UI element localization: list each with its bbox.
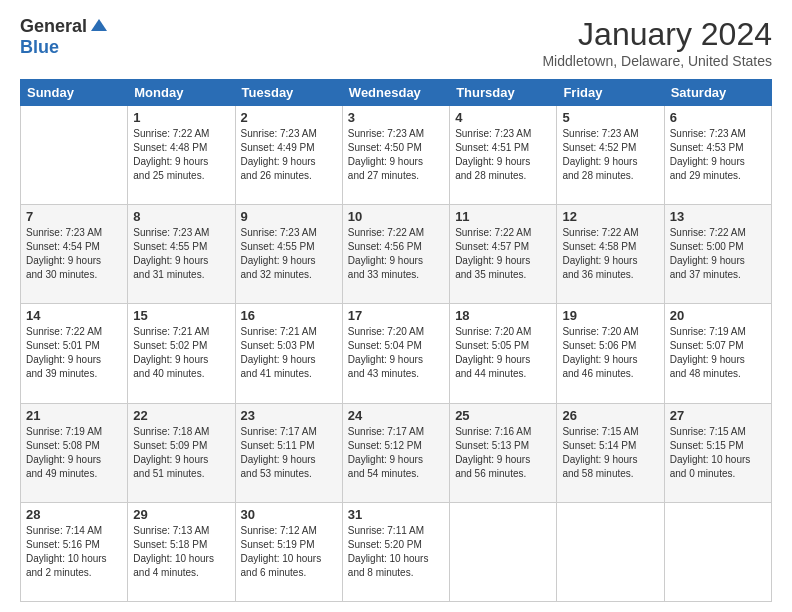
cell-info: Sunrise: 7:23 AM Sunset: 4:55 PM Dayligh… bbox=[241, 226, 337, 282]
weekday-header-saturday: Saturday bbox=[664, 80, 771, 106]
calendar-cell: 28Sunrise: 7:14 AM Sunset: 5:16 PM Dayli… bbox=[21, 502, 128, 601]
day-number: 17 bbox=[348, 308, 444, 323]
calendar-cell: 15Sunrise: 7:21 AM Sunset: 5:02 PM Dayli… bbox=[128, 304, 235, 403]
calendar-cell: 5Sunrise: 7:23 AM Sunset: 4:52 PM Daylig… bbox=[557, 106, 664, 205]
cell-info: Sunrise: 7:17 AM Sunset: 5:12 PM Dayligh… bbox=[348, 425, 444, 481]
calendar-cell: 31Sunrise: 7:11 AM Sunset: 5:20 PM Dayli… bbox=[342, 502, 449, 601]
day-number: 7 bbox=[26, 209, 122, 224]
svg-marker-0 bbox=[91, 19, 107, 31]
calendar-cell: 30Sunrise: 7:12 AM Sunset: 5:19 PM Dayli… bbox=[235, 502, 342, 601]
cell-info: Sunrise: 7:23 AM Sunset: 4:53 PM Dayligh… bbox=[670, 127, 766, 183]
day-number: 26 bbox=[562, 408, 658, 423]
page-header: General Blue January 2024 Middletown, De… bbox=[20, 16, 772, 69]
day-number: 24 bbox=[348, 408, 444, 423]
title-block: January 2024 Middletown, Delaware, Unite… bbox=[542, 16, 772, 69]
month-title: January 2024 bbox=[542, 16, 772, 53]
calendar-cell: 6Sunrise: 7:23 AM Sunset: 4:53 PM Daylig… bbox=[664, 106, 771, 205]
calendar-cell: 27Sunrise: 7:15 AM Sunset: 5:15 PM Dayli… bbox=[664, 403, 771, 502]
day-number: 1 bbox=[133, 110, 229, 125]
weekday-header-thursday: Thursday bbox=[450, 80, 557, 106]
day-number: 22 bbox=[133, 408, 229, 423]
cell-info: Sunrise: 7:15 AM Sunset: 5:14 PM Dayligh… bbox=[562, 425, 658, 481]
cell-info: Sunrise: 7:11 AM Sunset: 5:20 PM Dayligh… bbox=[348, 524, 444, 580]
weekday-header-tuesday: Tuesday bbox=[235, 80, 342, 106]
calendar-cell: 7Sunrise: 7:23 AM Sunset: 4:54 PM Daylig… bbox=[21, 205, 128, 304]
weekday-header-friday: Friday bbox=[557, 80, 664, 106]
calendar-cell: 4Sunrise: 7:23 AM Sunset: 4:51 PM Daylig… bbox=[450, 106, 557, 205]
day-number: 19 bbox=[562, 308, 658, 323]
calendar-cell: 16Sunrise: 7:21 AM Sunset: 5:03 PM Dayli… bbox=[235, 304, 342, 403]
calendar-cell: 18Sunrise: 7:20 AM Sunset: 5:05 PM Dayli… bbox=[450, 304, 557, 403]
day-number: 8 bbox=[133, 209, 229, 224]
weekday-header-wednesday: Wednesday bbox=[342, 80, 449, 106]
cell-info: Sunrise: 7:23 AM Sunset: 4:50 PM Dayligh… bbox=[348, 127, 444, 183]
cell-info: Sunrise: 7:22 AM Sunset: 4:48 PM Dayligh… bbox=[133, 127, 229, 183]
calendar-cell: 29Sunrise: 7:13 AM Sunset: 5:18 PM Dayli… bbox=[128, 502, 235, 601]
cell-info: Sunrise: 7:19 AM Sunset: 5:08 PM Dayligh… bbox=[26, 425, 122, 481]
day-number: 9 bbox=[241, 209, 337, 224]
cell-info: Sunrise: 7:21 AM Sunset: 5:03 PM Dayligh… bbox=[241, 325, 337, 381]
day-number: 30 bbox=[241, 507, 337, 522]
calendar-cell: 20Sunrise: 7:19 AM Sunset: 5:07 PM Dayli… bbox=[664, 304, 771, 403]
cell-info: Sunrise: 7:23 AM Sunset: 4:54 PM Dayligh… bbox=[26, 226, 122, 282]
cell-info: Sunrise: 7:22 AM Sunset: 4:57 PM Dayligh… bbox=[455, 226, 551, 282]
day-number: 2 bbox=[241, 110, 337, 125]
weekday-header-row: SundayMondayTuesdayWednesdayThursdayFrid… bbox=[21, 80, 772, 106]
day-number: 20 bbox=[670, 308, 766, 323]
calendar-cell: 3Sunrise: 7:23 AM Sunset: 4:50 PM Daylig… bbox=[342, 106, 449, 205]
calendar-cell: 8Sunrise: 7:23 AM Sunset: 4:55 PM Daylig… bbox=[128, 205, 235, 304]
cell-info: Sunrise: 7:17 AM Sunset: 5:11 PM Dayligh… bbox=[241, 425, 337, 481]
cell-info: Sunrise: 7:20 AM Sunset: 5:06 PM Dayligh… bbox=[562, 325, 658, 381]
cell-info: Sunrise: 7:22 AM Sunset: 5:00 PM Dayligh… bbox=[670, 226, 766, 282]
calendar-week-row: 21Sunrise: 7:19 AM Sunset: 5:08 PM Dayli… bbox=[21, 403, 772, 502]
cell-info: Sunrise: 7:14 AM Sunset: 5:16 PM Dayligh… bbox=[26, 524, 122, 580]
cell-info: Sunrise: 7:16 AM Sunset: 5:13 PM Dayligh… bbox=[455, 425, 551, 481]
cell-info: Sunrise: 7:23 AM Sunset: 4:55 PM Dayligh… bbox=[133, 226, 229, 282]
calendar-cell: 1Sunrise: 7:22 AM Sunset: 4:48 PM Daylig… bbox=[128, 106, 235, 205]
calendar-cell bbox=[557, 502, 664, 601]
cell-info: Sunrise: 7:19 AM Sunset: 5:07 PM Dayligh… bbox=[670, 325, 766, 381]
day-number: 27 bbox=[670, 408, 766, 423]
calendar-week-row: 28Sunrise: 7:14 AM Sunset: 5:16 PM Dayli… bbox=[21, 502, 772, 601]
calendar-cell bbox=[450, 502, 557, 601]
calendar-cell: 14Sunrise: 7:22 AM Sunset: 5:01 PM Dayli… bbox=[21, 304, 128, 403]
day-number: 21 bbox=[26, 408, 122, 423]
logo-icon bbox=[89, 17, 109, 37]
day-number: 6 bbox=[670, 110, 766, 125]
calendar-cell: 2Sunrise: 7:23 AM Sunset: 4:49 PM Daylig… bbox=[235, 106, 342, 205]
day-number: 18 bbox=[455, 308, 551, 323]
calendar-cell: 13Sunrise: 7:22 AM Sunset: 5:00 PM Dayli… bbox=[664, 205, 771, 304]
calendar-week-row: 14Sunrise: 7:22 AM Sunset: 5:01 PM Dayli… bbox=[21, 304, 772, 403]
location: Middletown, Delaware, United States bbox=[542, 53, 772, 69]
cell-info: Sunrise: 7:20 AM Sunset: 5:05 PM Dayligh… bbox=[455, 325, 551, 381]
calendar-cell: 25Sunrise: 7:16 AM Sunset: 5:13 PM Dayli… bbox=[450, 403, 557, 502]
day-number: 23 bbox=[241, 408, 337, 423]
day-number: 16 bbox=[241, 308, 337, 323]
calendar-cell: 19Sunrise: 7:20 AM Sunset: 5:06 PM Dayli… bbox=[557, 304, 664, 403]
logo: General Blue bbox=[20, 16, 109, 58]
calendar-cell: 12Sunrise: 7:22 AM Sunset: 4:58 PM Dayli… bbox=[557, 205, 664, 304]
day-number: 10 bbox=[348, 209, 444, 224]
cell-info: Sunrise: 7:22 AM Sunset: 5:01 PM Dayligh… bbox=[26, 325, 122, 381]
calendar-week-row: 7Sunrise: 7:23 AM Sunset: 4:54 PM Daylig… bbox=[21, 205, 772, 304]
calendar-table: SundayMondayTuesdayWednesdayThursdayFrid… bbox=[20, 79, 772, 602]
logo-general-text: General bbox=[20, 16, 87, 37]
cell-info: Sunrise: 7:23 AM Sunset: 4:49 PM Dayligh… bbox=[241, 127, 337, 183]
calendar-cell: 23Sunrise: 7:17 AM Sunset: 5:11 PM Dayli… bbox=[235, 403, 342, 502]
logo-blue-text: Blue bbox=[20, 37, 59, 58]
calendar-cell bbox=[664, 502, 771, 601]
day-number: 4 bbox=[455, 110, 551, 125]
cell-info: Sunrise: 7:15 AM Sunset: 5:15 PM Dayligh… bbox=[670, 425, 766, 481]
cell-info: Sunrise: 7:23 AM Sunset: 4:51 PM Dayligh… bbox=[455, 127, 551, 183]
day-number: 31 bbox=[348, 507, 444, 522]
day-number: 3 bbox=[348, 110, 444, 125]
cell-info: Sunrise: 7:12 AM Sunset: 5:19 PM Dayligh… bbox=[241, 524, 337, 580]
calendar-week-row: 1Sunrise: 7:22 AM Sunset: 4:48 PM Daylig… bbox=[21, 106, 772, 205]
calendar-cell: 26Sunrise: 7:15 AM Sunset: 5:14 PM Dayli… bbox=[557, 403, 664, 502]
cell-info: Sunrise: 7:22 AM Sunset: 4:58 PM Dayligh… bbox=[562, 226, 658, 282]
cell-info: Sunrise: 7:18 AM Sunset: 5:09 PM Dayligh… bbox=[133, 425, 229, 481]
calendar-cell: 10Sunrise: 7:22 AM Sunset: 4:56 PM Dayli… bbox=[342, 205, 449, 304]
day-number: 28 bbox=[26, 507, 122, 522]
day-number: 5 bbox=[562, 110, 658, 125]
calendar-cell: 24Sunrise: 7:17 AM Sunset: 5:12 PM Dayli… bbox=[342, 403, 449, 502]
